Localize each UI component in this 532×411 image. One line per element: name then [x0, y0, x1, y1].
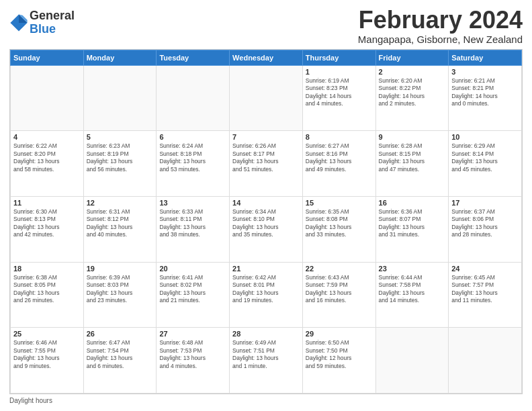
day-number: 10: [451, 133, 519, 141]
calendar-day-cell: 28Sunrise: 6:49 AM Sunset: 7:51 PM Dayli…: [230, 328, 303, 394]
calendar-header-row: SundayMondayTuesdayWednesdayThursdayFrid…: [11, 50, 522, 65]
calendar-day-cell: 24Sunrise: 6:45 AM Sunset: 7:57 PM Dayli…: [449, 262, 522, 328]
calendar-day-cell: 13Sunrise: 6:33 AM Sunset: 8:11 PM Dayli…: [157, 196, 230, 262]
title-block: February 2024 Mangapapa, Gisborne, New Z…: [358, 7, 523, 45]
day-number: 22: [306, 265, 373, 273]
calendar-body: 1Sunrise: 6:19 AM Sunset: 8:23 PM Daylig…: [11, 65, 522, 393]
calendar-day-cell: 19Sunrise: 6:39 AM Sunset: 8:03 PM Dayli…: [83, 262, 157, 328]
calendar-day-cell: [375, 328, 449, 394]
day-info: Sunrise: 6:26 AM Sunset: 8:17 PM Dayligh…: [232, 142, 300, 173]
calendar-day-cell: 22Sunrise: 6:43 AM Sunset: 7:59 PM Dayli…: [302, 262, 375, 328]
calendar-day-header: Monday: [83, 50, 157, 65]
day-number: 24: [451, 265, 519, 273]
day-info: Sunrise: 6:37 AM Sunset: 8:06 PM Dayligh…: [451, 208, 519, 239]
calendar-week-row: 1Sunrise: 6:19 AM Sunset: 8:23 PM Daylig…: [11, 65, 522, 131]
page-header: General Blue February 2024 Mangapapa, Gi…: [9, 7, 523, 45]
day-info: Sunrise: 6:48 AM Sunset: 7:53 PM Dayligh…: [159, 339, 226, 370]
day-info: Sunrise: 6:29 AM Sunset: 8:14 PM Dayligh…: [451, 142, 519, 173]
calendar-day-cell: 10Sunrise: 6:29 AM Sunset: 8:14 PM Dayli…: [449, 131, 522, 197]
calendar-day-cell: 15Sunrise: 6:35 AM Sunset: 8:08 PM Dayli…: [302, 196, 375, 262]
calendar-day-cell: 2Sunrise: 6:20 AM Sunset: 8:22 PM Daylig…: [375, 65, 449, 131]
day-info: Sunrise: 6:41 AM Sunset: 8:02 PM Dayligh…: [159, 274, 226, 305]
day-number: 5: [87, 133, 154, 141]
day-info: Sunrise: 6:46 AM Sunset: 7:55 PM Dayligh…: [13, 339, 81, 370]
day-number: 6: [159, 133, 226, 141]
day-number: 15: [306, 199, 373, 207]
day-info: Sunrise: 6:50 AM Sunset: 7:50 PM Dayligh…: [306, 339, 373, 370]
logo-icon: [9, 13, 28, 32]
day-number: 4: [13, 133, 81, 141]
day-info: Sunrise: 6:34 AM Sunset: 8:10 PM Dayligh…: [232, 208, 300, 239]
calendar-day-cell: [230, 65, 303, 131]
day-info: Sunrise: 6:36 AM Sunset: 8:07 PM Dayligh…: [379, 208, 446, 239]
day-number: 13: [159, 199, 226, 207]
day-number: 9: [379, 133, 446, 141]
day-number: 8: [306, 133, 373, 141]
calendar-day-cell: 17Sunrise: 6:37 AM Sunset: 8:06 PM Dayli…: [449, 196, 522, 262]
calendar-day-cell: 29Sunrise: 6:50 AM Sunset: 7:50 PM Dayli…: [302, 328, 375, 394]
day-info: Sunrise: 6:22 AM Sunset: 8:20 PM Dayligh…: [13, 142, 81, 173]
calendar-week-row: 11Sunrise: 6:30 AM Sunset: 8:13 PM Dayli…: [11, 196, 522, 262]
day-info: Sunrise: 6:42 AM Sunset: 8:01 PM Dayligh…: [232, 274, 300, 305]
calendar-day-cell: [11, 65, 84, 131]
calendar-day-cell: 27Sunrise: 6:48 AM Sunset: 7:53 PM Dayli…: [157, 328, 230, 394]
calendar-day-cell: [83, 65, 157, 131]
calendar-day-cell: 1Sunrise: 6:19 AM Sunset: 8:23 PM Daylig…: [302, 65, 375, 131]
day-number: 21: [232, 265, 300, 273]
day-info: Sunrise: 6:28 AM Sunset: 8:15 PM Dayligh…: [379, 142, 446, 173]
day-info: Sunrise: 6:20 AM Sunset: 8:22 PM Dayligh…: [379, 77, 446, 108]
calendar-day-header: Thursday: [302, 50, 375, 65]
calendar-day-cell: 5Sunrise: 6:23 AM Sunset: 8:19 PM Daylig…: [83, 131, 157, 197]
calendar: SundayMondayTuesdayWednesdayThursdayFrid…: [9, 49, 523, 394]
day-number: 16: [379, 199, 446, 207]
footer: Daylight hours: [9, 397, 523, 404]
day-number: 27: [159, 330, 226, 338]
calendar-day-cell: 18Sunrise: 6:38 AM Sunset: 8:05 PM Dayli…: [11, 262, 84, 328]
day-number: 7: [232, 133, 300, 141]
day-number: 25: [13, 330, 81, 338]
day-number: 12: [87, 199, 154, 207]
calendar-day-cell: 7Sunrise: 6:26 AM Sunset: 8:17 PM Daylig…: [230, 131, 303, 197]
day-number: 14: [232, 199, 300, 207]
day-info: Sunrise: 6:30 AM Sunset: 8:13 PM Dayligh…: [13, 208, 81, 239]
calendar-day-header: Sunday: [11, 50, 84, 65]
calendar-week-row: 4Sunrise: 6:22 AM Sunset: 8:20 PM Daylig…: [11, 131, 522, 197]
day-info: Sunrise: 6:38 AM Sunset: 8:05 PM Dayligh…: [13, 274, 81, 305]
day-number: 18: [13, 265, 81, 273]
day-info: Sunrise: 6:49 AM Sunset: 7:51 PM Dayligh…: [232, 339, 300, 370]
daylight-hours-label: Daylight hours: [9, 397, 52, 404]
calendar-day-cell: 26Sunrise: 6:47 AM Sunset: 7:54 PM Dayli…: [83, 328, 157, 394]
day-number: 17: [451, 199, 519, 207]
day-number: 23: [379, 265, 446, 273]
day-info: Sunrise: 6:24 AM Sunset: 8:18 PM Dayligh…: [159, 142, 226, 173]
calendar-day-cell: 23Sunrise: 6:44 AM Sunset: 7:58 PM Dayli…: [375, 262, 449, 328]
day-info: Sunrise: 6:21 AM Sunset: 8:21 PM Dayligh…: [451, 77, 519, 108]
day-info: Sunrise: 6:35 AM Sunset: 8:08 PM Dayligh…: [306, 208, 373, 239]
page-title: February 2024: [358, 7, 523, 34]
calendar-week-row: 25Sunrise: 6:46 AM Sunset: 7:55 PM Dayli…: [11, 328, 522, 394]
calendar-day-cell: 14Sunrise: 6:34 AM Sunset: 8:10 PM Dayli…: [230, 196, 303, 262]
day-info: Sunrise: 6:33 AM Sunset: 8:11 PM Dayligh…: [159, 208, 226, 239]
day-number: 29: [306, 330, 373, 338]
day-number: 20: [159, 265, 226, 273]
calendar-day-cell: 21Sunrise: 6:42 AM Sunset: 8:01 PM Dayli…: [230, 262, 303, 328]
day-info: Sunrise: 6:47 AM Sunset: 7:54 PM Dayligh…: [87, 339, 154, 370]
calendar-day-cell: 9Sunrise: 6:28 AM Sunset: 8:15 PM Daylig…: [375, 131, 449, 197]
calendar-day-cell: 20Sunrise: 6:41 AM Sunset: 8:02 PM Dayli…: [157, 262, 230, 328]
calendar-day-header: Saturday: [449, 50, 522, 65]
calendar-day-cell: 8Sunrise: 6:27 AM Sunset: 8:16 PM Daylig…: [302, 131, 375, 197]
day-info: Sunrise: 6:31 AM Sunset: 8:12 PM Dayligh…: [87, 208, 154, 239]
day-number: 1: [306, 68, 373, 76]
logo-general-text: General: [30, 9, 75, 23]
calendar-day-cell: 4Sunrise: 6:22 AM Sunset: 8:20 PM Daylig…: [11, 131, 84, 197]
day-number: 19: [87, 265, 154, 273]
day-number: 11: [13, 199, 81, 207]
day-info: Sunrise: 6:43 AM Sunset: 7:59 PM Dayligh…: [306, 274, 373, 305]
logo: General Blue: [9, 9, 75, 36]
day-info: Sunrise: 6:23 AM Sunset: 8:19 PM Dayligh…: [87, 142, 154, 173]
calendar-day-cell: 6Sunrise: 6:24 AM Sunset: 8:18 PM Daylig…: [157, 131, 230, 197]
day-info: Sunrise: 6:19 AM Sunset: 8:23 PM Dayligh…: [306, 77, 373, 108]
day-info: Sunrise: 6:39 AM Sunset: 8:03 PM Dayligh…: [87, 274, 154, 305]
page-subtitle: Mangapapa, Gisborne, New Zealand: [358, 34, 523, 45]
calendar-day-cell: 11Sunrise: 6:30 AM Sunset: 8:13 PM Dayli…: [11, 196, 84, 262]
